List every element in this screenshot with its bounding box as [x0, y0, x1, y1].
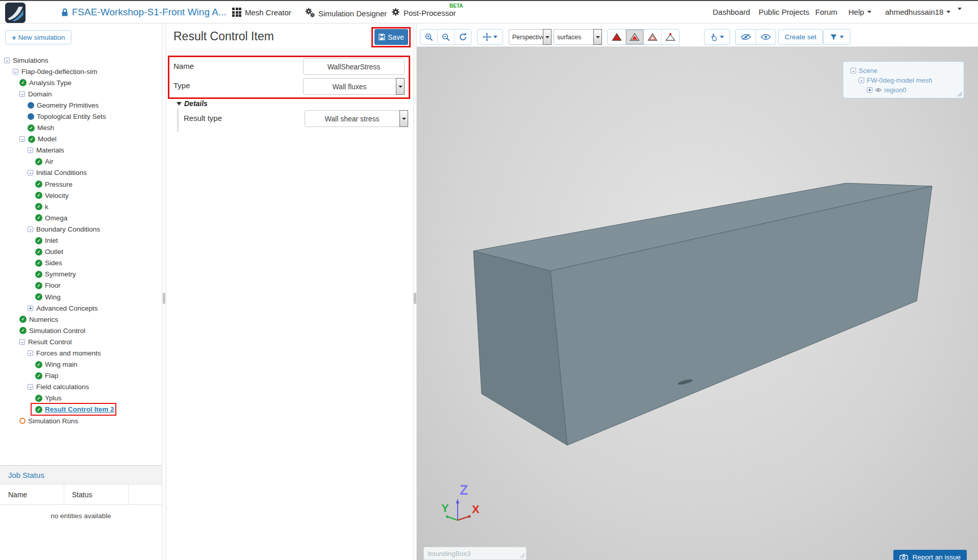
- splitter-grip[interactable]: [163, 293, 165, 304]
- tree-item-k[interactable]: ✓k: [0, 201, 162, 212]
- type-select[interactable]: Wall fluxes: [303, 78, 405, 95]
- collapse-icon[interactable]: -: [19, 136, 25, 142]
- scene-tree-mesh[interactable]: - FW-0deg-model mesh: [843, 75, 964, 85]
- tree-item-inlet[interactable]: ✓Inlet: [0, 235, 162, 246]
- collapse-icon[interactable]: -: [19, 91, 25, 97]
- tree-item-yplus[interactable]: ✓Yplus: [0, 393, 162, 404]
- tree-item-advanced-concepts[interactable]: +Advanced Concepts: [0, 302, 162, 314]
- splitter-grip[interactable]: [414, 293, 416, 304]
- projection-select[interactable]: Perspective: [509, 29, 551, 45]
- resize-handle-icon[interactable]: [519, 552, 525, 558]
- result-type-select[interactable]: Wall shear stress: [305, 110, 408, 127]
- zoom-out-button[interactable]: [437, 30, 454, 44]
- nav-public-projects[interactable]: Public Projects: [759, 8, 809, 16]
- nav-user-menu[interactable]: ahmedhussain18: [885, 8, 950, 16]
- tree-item-model[interactable]: -✓Model: [0, 134, 162, 145]
- tree-item-sides[interactable]: ✓Sides: [0, 258, 162, 269]
- tree-item-forces-and-moments[interactable]: -Forces and moments: [0, 347, 162, 359]
- tree-item-flap[interactable]: ✓Flap: [0, 370, 162, 381]
- wireframe-button[interactable]: [643, 30, 661, 44]
- collapse-icon[interactable]: -: [28, 147, 33, 153]
- hide-button[interactable]: [736, 30, 756, 44]
- tree-item-wing-main[interactable]: ✓Wing main: [0, 359, 162, 370]
- bounding-box-name-field[interactable]: boundingBox3: [423, 547, 526, 560]
- collapse-icon[interactable]: -: [850, 68, 856, 73]
- tree-item-symmetry[interactable]: ✓Symmetry: [0, 269, 162, 280]
- report-issue-button[interactable]: Report an issue: [893, 550, 967, 560]
- name-input[interactable]: [303, 58, 405, 75]
- tree-item-simulations[interactable]: -Simulations: [0, 55, 162, 66]
- nav-dashboard[interactable]: Dashboard: [713, 8, 750, 16]
- tree-item-topological-entity-sets[interactable]: Topological Entity Sets: [0, 111, 162, 122]
- tree-item-floor[interactable]: ✓Floor: [0, 280, 162, 291]
- tree-item-wing[interactable]: ✓Wing: [0, 291, 162, 302]
- tree-item-result-control-item-2[interactable]: ✓Result Control Item 2: [0, 404, 162, 415]
- collapse-icon[interactable]: -: [28, 350, 33, 356]
- bounding-box-3d-model[interactable]: [417, 47, 978, 560]
- points-button[interactable]: [661, 30, 679, 44]
- surface-edges-button[interactable]: [625, 30, 643, 44]
- filter-button[interactable]: [823, 30, 850, 44]
- tree-item-initial-conditions[interactable]: -Initial Conditions: [0, 167, 162, 179]
- render-mode-select-value: surfaces: [554, 34, 591, 41]
- surface-solid-button[interactable]: [608, 30, 625, 44]
- tree-item-numerics[interactable]: ✓Numerics: [0, 314, 162, 325]
- collapse-icon[interactable]: -: [13, 69, 18, 74]
- eye-icon[interactable]: [875, 88, 882, 92]
- nav-mesh-creator[interactable]: Mesh Creator: [232, 8, 291, 17]
- collapse-icon[interactable]: -: [28, 226, 33, 232]
- expand-icon[interactable]: +: [28, 306, 33, 311]
- tree-item-air[interactable]: ✓Air: [0, 156, 162, 167]
- collapse-icon[interactable]: -: [859, 78, 864, 83]
- viewport-canvas[interactable]: - Scene - FW-0deg-model mesh + region0: [417, 47, 978, 560]
- collapse-icon[interactable]: -: [19, 339, 25, 345]
- nav-forum[interactable]: Forum: [815, 8, 837, 16]
- create-set-button[interactable]: Create set: [779, 30, 822, 44]
- render-mode-select[interactable]: surfaces: [554, 29, 602, 45]
- refresh-view-button[interactable]: [454, 30, 471, 44]
- display-mode-group: [607, 29, 680, 45]
- tree-item-analysis-type[interactable]: ✓Analysis Type: [0, 77, 162, 88]
- tree-item-velocity[interactable]: ✓Velocity: [0, 190, 162, 201]
- collapse-icon[interactable]: -: [4, 58, 10, 63]
- details-section-header[interactable]: Details: [177, 99, 208, 108]
- tree-item-pressure[interactable]: ✓Pressure: [0, 179, 162, 190]
- dropdown-arrow-icon[interactable]: [593, 29, 602, 45]
- tree-item-result-control[interactable]: -Result Control: [0, 336, 162, 347]
- expand-icon[interactable]: +: [867, 87, 872, 93]
- dropdown-arrow-icon[interactable]: [543, 29, 551, 45]
- tree-item-field-calculations[interactable]: -Field calculations: [0, 381, 162, 393]
- tree-item-flap-0deg-deflection-sim[interactable]: -Flap-0deg-deflection-sim: [0, 66, 162, 77]
- tree-item-boundary-conditions[interactable]: -Boundary Conditions: [0, 223, 162, 235]
- show-button[interactable]: [756, 30, 775, 44]
- collapse-icon[interactable]: -: [28, 384, 33, 390]
- tree-item-simulation-control[interactable]: ✓Simulation Control: [0, 325, 162, 336]
- nav-post-processor[interactable]: Post-Processor: [391, 8, 456, 18]
- new-simulation-button[interactable]: + New simulation: [5, 30, 71, 44]
- tree-item-domain[interactable]: -Domain: [0, 88, 162, 99]
- tree-item-outlet[interactable]: ✓Outlet: [0, 246, 162, 258]
- pan-button[interactable]: [478, 30, 503, 44]
- resize-handle-icon[interactable]: [957, 91, 963, 97]
- splitter-right[interactable]: [413, 23, 417, 560]
- tree-item-geometry-primitives[interactable]: Geometry Primitives: [0, 99, 162, 111]
- save-button[interactable]: Save: [374, 29, 408, 45]
- details-header-label: Details: [184, 99, 208, 108]
- nav-collapse-caret[interactable]: [958, 8, 962, 10]
- nav-help[interactable]: Help: [848, 8, 871, 16]
- dropdown-arrow-icon[interactable]: [399, 110, 408, 127]
- splitter-left[interactable]: [162, 23, 166, 560]
- tree-item-mesh[interactable]: ✓Mesh: [0, 122, 162, 134]
- scene-tree-root[interactable]: - Scene: [843, 66, 964, 75]
- zoom-in-button[interactable]: [420, 30, 437, 44]
- scene-tree-region[interactable]: + region0: [843, 85, 964, 95]
- tree-item-omega[interactable]: ✓Omega: [0, 212, 162, 223]
- collapse-icon[interactable]: -: [28, 170, 33, 175]
- pick-button[interactable]: [705, 30, 730, 44]
- tree-item-materials[interactable]: -Materials: [0, 145, 162, 156]
- nav-simulation-designer[interactable]: Simulation Designer: [305, 8, 387, 19]
- tree-item-simulation-runs[interactable]: Simulation Runs: [0, 415, 162, 426]
- simscale-logo[interactable]: [4, 3, 28, 23]
- dropdown-arrow-icon[interactable]: [396, 78, 405, 95]
- project-title[interactable]: FSAE-Workshop-S1-Front Wing A...: [72, 7, 227, 18]
